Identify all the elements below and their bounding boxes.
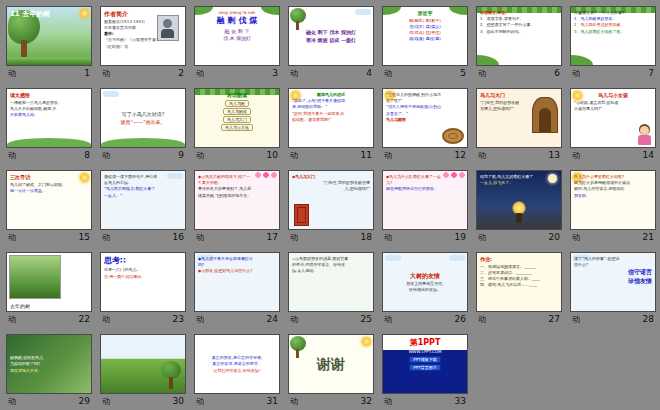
slide-cell-2: 作者简介新美南吉(1913-1943)日本著名童话作家著作:《去年的树》《小狐狸… [100, 6, 186, 80]
animation-indicator[interactable]: 动 [196, 68, 204, 79]
slide-text-line: 儿? [386, 180, 464, 185]
slide-thumbnail-15[interactable]: 三次寻访鸟儿问了树根、大门和小姑娘,她一次比一次着急。 [6, 170, 92, 230]
slide-thumbnail-29[interactable]: 树啊树,你听到鸟儿为你唱的歌了吗?愿友谊地久天长。 [6, 334, 92, 394]
slide-text-line: 个夏天的歌。 [198, 180, 276, 185]
animation-indicator[interactable]: 动 [8, 150, 16, 161]
slide-thumbnail-25[interactable]: ◇小鸟面对朋友的消逝,面对世事的变迁,仍然信守诺言、珍惜友情,令人感动。 [288, 252, 374, 312]
slide-number: 21 [643, 232, 654, 242]
slide-thumbnail-3[interactable]: róng shèng fá méi融 剩 伐 煤融 化 剩 下伐 木 煤油灯 [194, 6, 280, 66]
slide-thumbnail-24[interactable]: ◆鸟儿明年春天还会回来看灯火吗?◆小朋友,你想对鸟儿说些什么? [194, 252, 280, 312]
animation-indicator[interactable]: 动 [384, 150, 392, 161]
slide-cell-24: ◆鸟儿明年春天还会回来看灯火吗?◆小朋友,你想对鸟儿说些什么?动24 [194, 252, 280, 326]
slide-thumbnail-19[interactable]: ◆鸟儿为什么盯着灯火看了一会儿?她在用歌声怀念自己的朋友。 [382, 170, 468, 230]
slide-thumbnail-8[interactable]: 读文感悟一棵树和一只鸟儿是好朋友。鸟儿天天给树唱歌,树呢,天天听着鸟儿唱。 [6, 88, 92, 148]
animation-indicator[interactable]: 动 [572, 232, 580, 243]
slide-text-line: 一、有感情地朗读课文。______ [480, 264, 558, 269]
slide-meta: 动5 [382, 66, 468, 80]
animation-indicator[interactable]: 动 [478, 232, 486, 243]
slide-number: 13 [549, 150, 560, 160]
animation-indicator[interactable]: 动 [384, 396, 392, 407]
slide-cell-15: 三次寻访鸟儿问了树根、大门和小姑娘,她一次比一次着急。动15 [6, 170, 92, 244]
animation-indicator[interactable]: 动 [8, 314, 16, 325]
slide-thumbnail-18[interactable]: ◆鸟儿与大门“门先生,我的好朋友树在哪儿,您知道吗?” [288, 170, 374, 230]
animation-indicator[interactable]: 动 [102, 314, 110, 325]
slide-text-line: 日本著名童话作家 [104, 25, 182, 30]
slide-thumbnail-30[interactable] [100, 334, 186, 394]
slide-thumbnail-26[interactable]: 大树的友情朋友之间要相互信任,珍惜彼此的友情。 [382, 252, 468, 312]
slide-meta: 动32 [288, 394, 374, 408]
animation-indicator[interactable]: 动 [572, 150, 580, 161]
slide-text-line: 鸟儿与树 [225, 100, 249, 107]
slide-thumbnail-27[interactable]: 作业:一、有感情地朗读课文。______二、抄写本课词语。________三、把… [476, 252, 562, 312]
slide-meta: 动8 [6, 148, 92, 162]
animation-indicator[interactable]: 动 [384, 314, 392, 325]
slide-thumbnail-31[interactable]: 真正的朋友,是心灵的守望者;真正的友谊,是诺言的坚守。让我们信守诺言,珍惜友情! [194, 334, 280, 394]
slide-text-line: 2、想想课文写了一件什么事。 [480, 22, 558, 27]
slide-thumbnail-6[interactable]: 自读课文,要求:1、读准字音,读通句子。2、想想课文写了一件什么事。3、画出不理… [476, 6, 562, 66]
animation-indicator[interactable]: 动 [572, 314, 580, 325]
slide-text-line: 火柴在哪儿吗?” [574, 106, 652, 111]
slide-number: 22 [79, 314, 90, 324]
slide-meta: 动24 [194, 312, 280, 326]
slide-text-line: 2、鸟儿四处寻访好朋友树。 [574, 22, 652, 27]
slide-thumbnail-10[interactable]: 对话朗读鸟儿与树鸟儿与树根鸟儿与大门鸟儿与小女孩 [194, 88, 280, 148]
slide-thumbnail-7[interactable]: 这篇课文讲了一个什么故事?1、鸟儿和树是好朋友。2、鸟儿四处寻访好朋友树。3、鸟… [570, 6, 656, 66]
slide-text-line: 谷里去了。” [386, 111, 464, 116]
slide-thumbnail-2[interactable]: 作者简介新美南吉(1913-1943)日本著名童话作家著作:《去年的树》《小狐狸… [100, 6, 186, 66]
slide-cell-10: 对话朗读鸟儿与树鸟儿与树根鸟儿与大门鸟儿与小女孩动10 [194, 88, 280, 162]
animation-indicator[interactable]: 动 [384, 232, 392, 243]
animation-indicator[interactable]: 动 [8, 232, 16, 243]
slide-thumbnail-33[interactable]: 第1PPTWWW.1PPT.COMPPT模板下载PPT背景图片 [382, 334, 468, 394]
animation-indicator[interactable]: 动 [478, 68, 486, 79]
slide-text-line: 吗? [198, 262, 276, 267]
animation-indicator[interactable]: 动 [102, 396, 110, 407]
slide-thumbnail-12[interactable]: “立在这儿的那棵树,到什么地方去了呀?”“伐木人用斧子把他砍倒,拉到山谷里去了。… [382, 88, 468, 148]
animation-indicator[interactable]: 动 [102, 68, 110, 79]
slide-thumbnail-23[interactable]: 思考∷这是一只( )的鸟儿。注:用一两个词语概括。 [100, 252, 186, 312]
slide-thumbnail-13[interactable]: 鸟儿与大门“门先生,我的好朋友树在哪儿,您知道吗?” [476, 88, 562, 148]
slide-thumbnail-21[interactable]: 鸟儿为什么要对着灯火唱歌?因为灯火就是用树做成的火柴点燃的,鸟儿信守诺言,把歌唱… [570, 170, 656, 230]
animation-indicator[interactable]: 动 [290, 68, 298, 79]
slide-thumbnail-22[interactable]: 去年的树 [6, 252, 92, 312]
animation-indicator[interactable]: 动 [8, 68, 16, 79]
animation-indicator[interactable]: 动 [8, 396, 16, 407]
slide-text-line: ◆鸟儿明年春天还会回来看灯火 [198, 256, 276, 261]
animation-indicator[interactable]: 动 [196, 396, 204, 407]
slide-thumbnail-20[interactable]: 唱完了歌,鸟儿又对着灯火看了一会儿,就飞走了。 [476, 170, 562, 230]
slide-number: 10 [267, 150, 278, 160]
slide-text-line: “再见了,小鸟!明年春天请你回 [292, 98, 370, 103]
animation-indicator[interactable]: 动 [196, 232, 204, 243]
slide-content: 写了小鸟几次对话?请用“——”画出来。 [101, 89, 185, 147]
animation-indicator[interactable]: 动 [572, 68, 580, 79]
animation-indicator[interactable]: 动 [102, 150, 110, 161]
slide-text-line: 三、把这个故事讲给家人听。____ [480, 276, 558, 281]
animation-indicator[interactable]: 动 [290, 314, 298, 325]
animation-indicator[interactable]: 动 [478, 314, 486, 325]
slide-thumbnail-11[interactable]: 树和鸟儿的对话“再见了,小鸟!明年春天请你回来,还唱歌给我听。”“好的,我明年春… [288, 88, 374, 148]
slide-thumbnail-32[interactable]: 谢谢 [288, 334, 374, 394]
slide-thumbnail-5[interactable]: 形近字融(融化) 剩(剩下)伐(伐木) 煤(煤炭)优(优点) 找(寻找)线(线条… [382, 6, 468, 66]
slide-text-line: ◆小朋友,你想对鸟儿说些什么? [198, 268, 276, 273]
animation-indicator[interactable]: 动 [478, 150, 486, 161]
slide-meta: 动22 [6, 312, 92, 326]
slide-thumbnail-4[interactable]: 融化 剩下 伐木 煤油灯寒冷 燃烧 切成 一盏灯 [288, 6, 374, 66]
animation-indicator[interactable]: 动 [102, 232, 110, 243]
slide-text-line: 四、续写:鸟儿飞走以后……____ [480, 282, 558, 287]
slide-number: 3 [272, 68, 278, 78]
animation-indicator[interactable]: 动 [196, 150, 204, 161]
slide-cell-17: ◆小鸟在大树的陪伴下,唱了一个夏天的歌。寒冷的冬天就要来到了,鸟儿必须离开树,飞… [194, 170, 280, 244]
slide-thumbnail-9[interactable]: 写了小鸟几次对话?请用“——”画出来。 [100, 88, 186, 148]
slide-meta: 动14 [570, 148, 656, 162]
slide-text-line: 三次寻访 [10, 174, 88, 181]
animation-indicator[interactable]: 动 [196, 314, 204, 325]
animation-indicator[interactable]: 动 [384, 68, 392, 79]
slide-thumbnail-16[interactable]: 请你读一读下面的句子,用心体会鸟儿的心情。“鸟儿睁大眼睛,盯着灯火看了一会儿。” [100, 170, 186, 230]
slide-thumbnail-1[interactable]: 11 去年的树 [6, 6, 92, 66]
slide-text-line: 优(优点) 找(寻找) [386, 30, 464, 35]
slide-thumbnail-14[interactable]: 鸟儿与小女孩“小姑娘,请告诉我,你知道火柴在哪儿吗?” [570, 88, 656, 148]
animation-indicator[interactable]: 动 [290, 232, 298, 243]
slide-thumbnail-17[interactable]: ◆小鸟在大树的陪伴下,唱了一个夏天的歌。寒冷的冬天就要来到了,鸟儿必须离开树,飞… [194, 170, 280, 230]
animation-indicator[interactable]: 动 [290, 396, 298, 407]
slide-thumbnail-28[interactable]: 读了“鸟儿的故事”,你想说些什么?信守诺言珍惜友情 [570, 252, 656, 312]
animation-indicator[interactable]: 动 [290, 150, 298, 161]
